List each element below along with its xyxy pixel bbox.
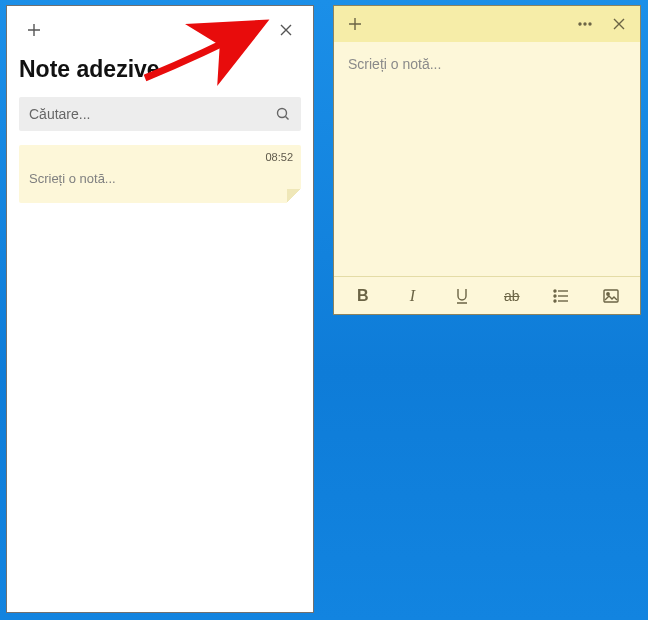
sticky-titlebar bbox=[334, 6, 640, 42]
svg-point-3 bbox=[584, 23, 586, 25]
note-fold-corner bbox=[287, 189, 301, 203]
sticky-close-button[interactable] bbox=[604, 9, 634, 39]
sticky-new-button[interactable] bbox=[340, 9, 370, 39]
titlebar-right bbox=[235, 15, 301, 45]
svg-point-6 bbox=[554, 295, 556, 297]
titlebar-left bbox=[19, 15, 49, 45]
sticky-body: Scrieți o notă... bbox=[334, 42, 640, 276]
ellipsis-icon bbox=[577, 16, 593, 32]
strike-label: ab bbox=[504, 288, 520, 304]
underline-button[interactable] bbox=[444, 281, 480, 311]
bullet-list-icon bbox=[552, 287, 570, 305]
sticky-titlebar-right bbox=[570, 9, 634, 39]
settings-button[interactable] bbox=[235, 15, 265, 45]
note-list-item[interactable]: 08:52 Scrieți o notă... bbox=[19, 145, 301, 203]
insert-image-button[interactable] bbox=[593, 281, 629, 311]
bold-button[interactable]: B bbox=[345, 281, 381, 311]
plus-icon bbox=[347, 16, 363, 32]
svg-point-0 bbox=[248, 28, 252, 32]
format-toolbar: B I ab bbox=[334, 276, 640, 314]
svg-point-9 bbox=[607, 292, 609, 294]
italic-button[interactable]: I bbox=[394, 281, 430, 311]
new-note-button[interactable] bbox=[19, 15, 49, 45]
search-bar[interactable] bbox=[19, 97, 301, 131]
svg-point-4 bbox=[589, 23, 591, 25]
note-preview: Scrieți o notă... bbox=[29, 171, 291, 186]
note-list: 08:52 Scrieți o notă... bbox=[19, 145, 301, 203]
close-icon bbox=[278, 22, 294, 38]
gear-icon bbox=[242, 22, 258, 38]
svg-point-7 bbox=[554, 300, 556, 302]
image-icon bbox=[602, 287, 620, 305]
app-title: Note adezive bbox=[19, 56, 301, 83]
underline-icon bbox=[453, 287, 471, 305]
sticky-menu-button[interactable] bbox=[570, 9, 600, 39]
search-icon bbox=[275, 106, 291, 122]
close-icon bbox=[611, 16, 627, 32]
svg-point-2 bbox=[579, 23, 581, 25]
notes-list-window: Note adezive 08:52 Scrieți o notă... bbox=[6, 5, 314, 613]
sticky-content-editor[interactable]: Scrieți o notă... bbox=[348, 56, 626, 262]
close-button[interactable] bbox=[271, 15, 301, 45]
plus-icon bbox=[26, 22, 42, 38]
bullet-list-button[interactable] bbox=[543, 281, 579, 311]
sticky-note-window: Scrieți o notă... B I ab bbox=[333, 5, 641, 315]
notes-titlebar bbox=[19, 14, 301, 46]
strikethrough-button[interactable]: ab bbox=[494, 281, 530, 311]
svg-point-5 bbox=[554, 290, 556, 292]
note-timestamp: 08:52 bbox=[265, 151, 293, 163]
svg-rect-8 bbox=[604, 290, 618, 302]
search-input[interactable] bbox=[29, 106, 275, 122]
svg-point-1 bbox=[278, 109, 287, 118]
